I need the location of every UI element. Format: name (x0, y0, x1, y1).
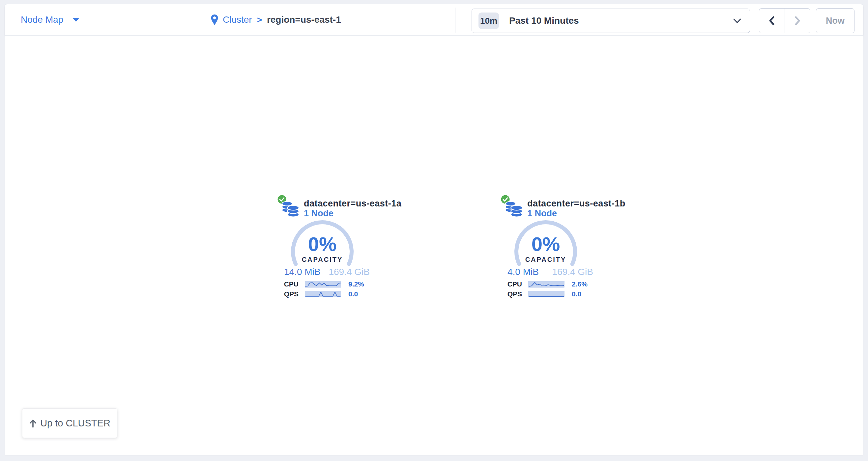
cpu-label: CPU (283, 280, 299, 288)
arrow-up-icon (29, 419, 37, 428)
cpu-label: CPU (506, 280, 522, 288)
cpu-sparkline (305, 281, 341, 288)
header-bar: Node Map Cluster > region=us-east-1 10m … (5, 4, 863, 36)
capacity-total: 169.4 GiB (552, 267, 593, 277)
node-map-screen: Node Map Cluster > region=us-east-1 10m … (0, 0, 868, 461)
database-stack-icon (281, 200, 300, 218)
prev-range-button[interactable] (759, 8, 785, 33)
capacity-values: 14.0 MiB 169.4 GiB (284, 267, 370, 277)
qps-label: QPS (283, 290, 299, 298)
capacity-total: 169.4 GiB (329, 267, 370, 277)
capacity-used: 14.0 MiB (284, 267, 321, 277)
qps-metric-row: QPS 0.0 (506, 291, 598, 297)
qps-value: 0.0 (348, 290, 358, 298)
chevron-left-icon (768, 16, 775, 26)
header-divider (455, 7, 456, 33)
time-range-label: Past 10 Minutes (509, 15, 579, 26)
breadcrumb-current-region: region=us-east-1 (267, 14, 341, 25)
time-range-badge: 10m (478, 12, 499, 29)
cpu-sparkline (528, 281, 564, 288)
breadcrumb-separator: > (257, 15, 262, 25)
qps-metric-row: QPS 0.0 (283, 291, 375, 297)
qps-label: QPS (506, 290, 522, 298)
chevron-down-icon (733, 19, 741, 23)
database-stack-icon (504, 200, 523, 218)
now-button[interactable]: Now (816, 8, 855, 33)
cpu-value: 2.6% (572, 280, 588, 288)
datacenter-card-us-east-1b[interactable]: datacenter=us-east-1b 1 Node 0% CAPACITY… (497, 193, 599, 301)
map-pin-icon (211, 12, 218, 27)
breadcrumb: Cluster > region=us-east-1 (211, 4, 341, 35)
capacity-values: 4.0 MiB 169.4 GiB (507, 267, 593, 277)
view-selector-dropdown[interactable]: Node Map (21, 4, 80, 35)
breadcrumb-cluster-link[interactable]: Cluster (223, 14, 252, 25)
qps-sparkline (305, 291, 341, 297)
up-to-cluster-label: Up to CLUSTER (40, 418, 111, 429)
cpu-value: 9.2% (348, 280, 364, 288)
cpu-metric-row: CPU 9.2% (283, 281, 375, 288)
up-to-cluster-button[interactable]: Up to CLUSTER (22, 408, 117, 438)
node-map-canvas (5, 36, 863, 456)
capacity-label: CAPACITY (511, 256, 580, 263)
next-range-button[interactable] (785, 8, 810, 33)
chevron-right-icon (794, 16, 801, 26)
capacity-label: CAPACITY (288, 256, 357, 263)
time-range-step-buttons (759, 8, 810, 33)
view-selector-label: Node Map (21, 14, 63, 25)
caret-down-icon (72, 18, 80, 22)
cpu-metric-row: CPU 2.6% (506, 281, 598, 288)
qps-value: 0.0 (572, 290, 581, 298)
capacity-percent: 0% (511, 234, 580, 254)
datacenter-card-us-east-1a[interactable]: datacenter=us-east-1a 1 Node 0% CAPACITY… (274, 193, 376, 301)
datacenter-name: datacenter=us-east-1a (304, 199, 401, 209)
capacity-percent: 0% (288, 234, 357, 254)
qps-sparkline (528, 291, 564, 297)
time-range-dropdown[interactable]: 10m Past 10 Minutes (471, 8, 750, 33)
datacenter-name: datacenter=us-east-1b (527, 199, 625, 209)
capacity-used: 4.0 MiB (507, 267, 539, 277)
